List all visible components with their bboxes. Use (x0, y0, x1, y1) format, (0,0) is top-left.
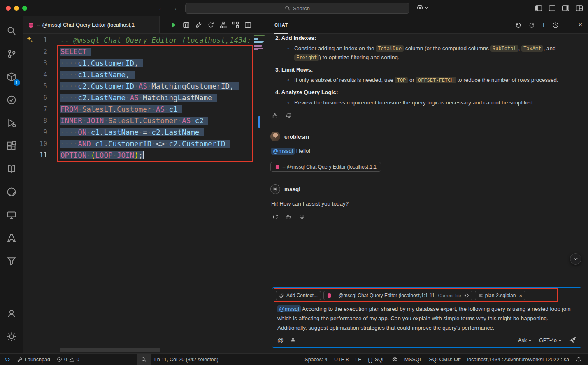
code-line[interactable]: 10····AND·c1.CustomerID·<>·c2.CustomerID (23, 138, 267, 150)
minimap[interactable] (253, 34, 267, 353)
send-button[interactable] (569, 337, 576, 344)
message-attachment[interactable]: -- @mssql Chat Query Editor (localhost,1… (270, 162, 381, 172)
github-view-icon[interactable] (2, 182, 21, 201)
sqlcmd-status[interactable]: SQLCMD: Off (426, 354, 464, 365)
code-line[interactable]: 9····ON·c1.LastName·=·c2.LastName (23, 127, 267, 138)
toggle-panel-icon[interactable] (548, 5, 556, 12)
horizontal-scrollbar[interactable] (60, 348, 160, 352)
back-button[interactable]: ← (158, 5, 165, 12)
close-window-button[interactable] (6, 6, 11, 11)
chat-input-controls: @ Ask GPT-4o (272, 335, 581, 347)
toggle-secondary-sidebar-icon[interactable] (562, 5, 569, 12)
model-dropdown[interactable]: GPT-4o (539, 337, 562, 343)
new-chat-icon[interactable]: + (542, 22, 545, 28)
run-query-button[interactable] (170, 21, 177, 29)
context-file-chip[interactable]: -- @mssql Chat Query Editor (localhost,1… (323, 291, 472, 300)
customize-layout-icon[interactable] (576, 5, 583, 12)
close-chat-icon[interactable]: × (579, 22, 582, 28)
remote-explorer-icon[interactable]: 1 (2, 67, 21, 86)
add-context-button[interactable]: Add Context... (276, 291, 321, 300)
copilot-menu-button[interactable] (416, 4, 428, 11)
code-line[interactable]: 7FROM·SalesLT.Customer·AS·c1 (23, 104, 267, 115)
estimated-plan-icon[interactable] (220, 21, 227, 28)
chat-panel: CHAT + ··· × 2. Add Indexes:Consider add… (267, 16, 588, 353)
testing-view-icon[interactable] (2, 90, 21, 109)
accounts-icon[interactable] (2, 304, 21, 323)
copilot-status-icon[interactable] (388, 354, 401, 365)
azure-view-icon[interactable] (2, 229, 21, 247)
docs-view-icon[interactable] (2, 159, 21, 178)
braces-icon: { } (368, 357, 373, 363)
notifications-bell-icon[interactable] (572, 354, 585, 365)
language-mode-status[interactable]: { } SQL (365, 354, 388, 365)
context-plan-chip[interactable]: plan-2.sqlplan × (475, 291, 525, 300)
regenerate-icon[interactable] (272, 214, 279, 220)
source-control-icon[interactable] (2, 44, 21, 63)
chat-input-box[interactable]: Add Context... -- @mssql Chat Query Edit… (272, 287, 581, 348)
eol-status[interactable]: LF (352, 354, 365, 365)
mssql-status[interactable]: MSSQL (401, 354, 426, 365)
copilot-sparkle-icon[interactable] (26, 36, 33, 43)
text-cursor (143, 151, 144, 159)
connection-icon[interactable] (195, 21, 202, 28)
editor-group: -- @mssql Chat Query Editor (localhost,1 (23, 16, 267, 353)
thumbs-up-icon[interactable] (285, 214, 292, 220)
code-line[interactable]: 2SELECT (23, 46, 267, 58)
thumbs-down-icon[interactable] (298, 214, 305, 220)
code-lines[interactable]: 1-- @mssql Chat Query Editor (localhost,… (23, 34, 267, 161)
search-view-icon[interactable] (2, 21, 21, 40)
chat-message-list[interactable]: 2. Add Indexes:Consider adding an index … (267, 34, 588, 287)
indentation-status[interactable]: Spaces: 4 (301, 354, 331, 365)
cursor-position-status[interactable]: Ln 11, Col 20 (342 selected) (151, 354, 222, 365)
code-line[interactable]: 1-- @mssql Chat Query Editor (localhost,… (23, 35, 267, 46)
user-message-text: @mssql Hello! (271, 147, 581, 155)
mention-icon[interactable]: @ (277, 337, 284, 344)
chat-history-icon[interactable] (552, 22, 559, 28)
code-line[interactable]: 4····c1.LastName, (23, 69, 267, 81)
database-file-icon (275, 164, 280, 169)
forward-button[interactable]: → (171, 5, 178, 12)
launchpad-status[interactable]: Launchpad (14, 354, 53, 365)
editor-tab[interactable]: -- @mssql Chat Query Editor (localhost,1 (23, 16, 160, 33)
mode-dropdown[interactable]: Ask (518, 337, 532, 343)
more-chat-actions-icon[interactable]: ··· (565, 22, 572, 28)
encoding-status[interactable]: UTF-8 (331, 354, 352, 365)
chat-input-text[interactable]: @mssql According to the execution plan s… (272, 302, 581, 335)
results-grid-icon[interactable] (183, 21, 190, 28)
plan-file-icon (478, 293, 483, 298)
code-line[interactable]: 5····c2.CustomerID·AS·MatchingCustomerID… (23, 81, 267, 92)
thumbs-up-icon[interactable] (272, 113, 279, 119)
maximize-window-button[interactable] (22, 6, 27, 11)
remove-attachment-icon[interactable]: × (519, 293, 522, 299)
code-line[interactable]: 11OPTION·(LOOP·JOIN); (23, 150, 267, 161)
extensions-view-icon[interactable] (2, 136, 21, 155)
remote-windows-icon[interactable] (2, 206, 21, 224)
actual-plan-icon[interactable] (232, 21, 239, 28)
code-line[interactable]: 6····c2.LastName·AS·MatchingLastName (23, 92, 267, 104)
editor-tab-bar: -- @mssql Chat Query Editor (localhost,1 (23, 16, 267, 34)
change-connection-icon[interactable] (207, 21, 214, 28)
code-editor[interactable]: 1-- @mssql Chat Query Editor (localhost,… (23, 34, 267, 353)
code-line[interactable]: 3····c1.CustomerID, (23, 58, 267, 69)
scroll-to-bottom-button[interactable] (570, 253, 581, 265)
mssql-view-icon[interactable] (2, 252, 21, 270)
redo-request-icon[interactable] (528, 22, 535, 28)
toggle-primary-sidebar-icon[interactable] (535, 5, 542, 12)
code-line[interactable]: 8INNER·JOIN·SalesLT.Customer·AS·c2 (23, 115, 267, 127)
thumbs-down-icon[interactable] (285, 113, 292, 119)
remote-indicator[interactable] (0, 354, 14, 365)
problems-status[interactable]: 0 0 (53, 354, 83, 365)
zoom-indicator[interactable] (137, 354, 151, 365)
more-actions-icon[interactable]: ··· (257, 22, 263, 28)
microphone-icon[interactable] (290, 337, 296, 343)
run-and-debug-icon[interactable] (2, 113, 21, 132)
tab-chat[interactable]: CHAT (274, 16, 288, 34)
undo-request-icon[interactable] (515, 22, 522, 28)
split-editor-icon[interactable] (244, 21, 251, 28)
status-bar: Launchpad 0 0 Ln 11, Col 20 (342 selecte… (0, 353, 588, 365)
settings-gear-icon[interactable] (2, 327, 21, 346)
connection-status[interactable]: localhost,1434 : AdventureWorksLT2022 : … (464, 354, 572, 365)
eye-icon[interactable] (463, 293, 469, 298)
minimize-window-button[interactable] (14, 6, 19, 11)
command-center-search[interactable]: Search (185, 3, 409, 14)
